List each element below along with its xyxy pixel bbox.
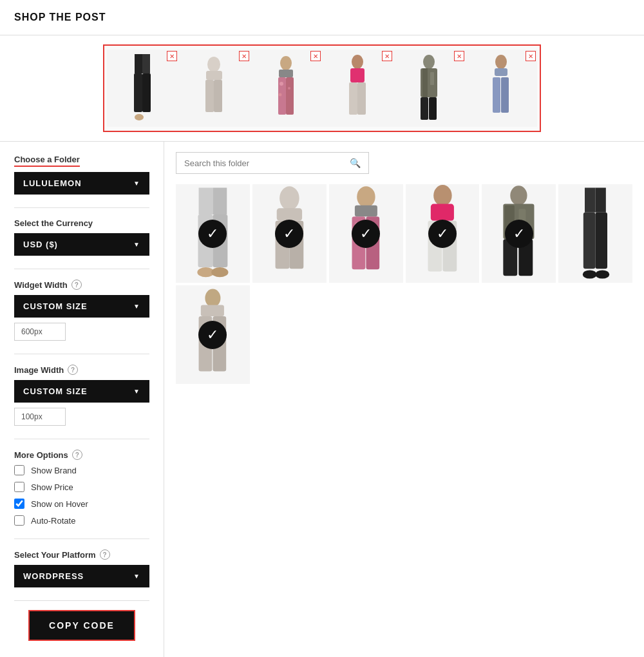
- preview-image-6: [466, 50, 537, 127]
- platform-label: Select Your Platform ?: [14, 549, 149, 560]
- image-width-input[interactable]: [14, 408, 66, 426]
- svg-rect-27: [495, 68, 507, 76]
- copy-code-section: COPY CODE: [14, 600, 149, 650]
- svg-rect-18: [349, 82, 357, 115]
- preview-strip: ✕ ✕: [0, 35, 644, 142]
- remove-item-button[interactable]: ✕: [167, 51, 177, 61]
- main-layout: Choose a Folder LULULEMON ▼ Select the C…: [0, 142, 644, 657]
- svg-point-20: [423, 55, 435, 69]
- show-brand-row: Show Brand: [14, 465, 149, 475]
- svg-rect-60: [583, 213, 596, 269]
- copy-code-button[interactable]: COPY CODE: [28, 610, 135, 641]
- info-icon[interactable]: ?: [72, 450, 82, 460]
- show-brand-checkbox[interactable]: [14, 465, 24, 475]
- right-panel: 🔍 ✓: [164, 142, 644, 657]
- svg-rect-2: [134, 73, 142, 112]
- remove-item-button[interactable]: ✕: [526, 51, 536, 61]
- remove-item-button[interactable]: ✕: [454, 51, 464, 61]
- header: SHOP THE POST: [0, 0, 644, 35]
- preview-item: ✕: [466, 50, 537, 127]
- check-overlay: ✓: [406, 184, 480, 283]
- currency-dropdown[interactable]: USD ($) ▼: [14, 233, 149, 256]
- search-input[interactable]: [184, 158, 345, 168]
- check-circle: ✓: [428, 220, 457, 248]
- info-icon[interactable]: ?: [71, 280, 82, 290]
- grid-item[interactable]: ✓: [329, 184, 403, 283]
- svg-point-14: [288, 87, 290, 90]
- checkmark-icon: ✓: [207, 327, 218, 343]
- preview-item: ✕: [251, 50, 322, 127]
- preview-item: ✕: [322, 50, 393, 127]
- divider: [14, 269, 149, 269]
- svg-point-4: [135, 114, 144, 120]
- info-icon[interactable]: ?: [68, 365, 78, 375]
- svg-rect-19: [357, 82, 366, 115]
- info-icon[interactable]: ?: [100, 549, 110, 560]
- check-circle: ✓: [352, 220, 380, 248]
- svg-rect-17: [350, 68, 365, 82]
- show-hover-label: Show on Hover: [31, 499, 88, 509]
- widget-width-dropdown[interactable]: CUSTOM SIZE ▼: [14, 295, 149, 318]
- platform-dropdown[interactable]: WORDPRESS ▼: [14, 565, 149, 587]
- search-bar: 🔍: [176, 152, 369, 174]
- divider: [14, 439, 149, 439]
- check-circle: ✓: [198, 220, 227, 248]
- check-overlay: ✓: [176, 285, 250, 384]
- checkmark-icon: ✓: [513, 225, 525, 242]
- svg-point-63: [596, 270, 610, 278]
- widget-width-input[interactable]: [14, 323, 66, 341]
- chevron-down-icon: ▼: [133, 388, 140, 395]
- svg-rect-0: [135, 54, 142, 73]
- show-brand-label: Show Brand: [31, 466, 77, 475]
- show-hover-row: Show on Hover: [14, 499, 149, 509]
- svg-rect-7: [205, 80, 214, 112]
- svg-point-62: [583, 270, 597, 278]
- grid-item-image: [558, 184, 632, 283]
- check-circle: ✓: [275, 220, 303, 248]
- svg-rect-28: [493, 77, 500, 113]
- svg-rect-8: [214, 80, 222, 112]
- sidebar-section-more-options: More Options ? Show Brand Show Price Sho…: [14, 450, 149, 526]
- preview-image-5: [393, 50, 465, 127]
- svg-rect-12: [286, 77, 294, 115]
- svg-rect-29: [501, 77, 509, 113]
- preview-item: ✕: [393, 50, 465, 127]
- preview-image-1: [107, 50, 178, 127]
- svg-rect-10: [279, 70, 293, 77]
- image-width-dropdown[interactable]: CUSTOM SIZE ▼: [14, 380, 149, 403]
- search-icon: 🔍: [350, 158, 361, 168]
- show-price-label: Show Price: [31, 482, 73, 492]
- checkmark-icon: ✓: [437, 225, 448, 242]
- grid-item[interactable]: ✓: [252, 184, 327, 283]
- sidebar-section-platform: Select Your Platform ? WORDPRESS ▼: [14, 549, 149, 587]
- folder-dropdown[interactable]: LULULEMON ▼: [14, 172, 149, 195]
- svg-point-15: [278, 93, 281, 97]
- preview-image-2: [178, 50, 250, 127]
- chevron-down-icon: ▼: [133, 303, 140, 310]
- check-circle: ✓: [198, 321, 227, 349]
- preview-item: ✕: [178, 50, 250, 127]
- grid-item[interactable]: ✓: [482, 184, 556, 283]
- grid-item[interactable]: ✓: [176, 184, 250, 283]
- widget-width-label: Widget Width ?: [14, 280, 149, 290]
- show-price-checkbox[interactable]: [14, 482, 24, 492]
- show-price-row: Show Price: [14, 482, 149, 492]
- show-hover-checkbox[interactable]: [14, 499, 24, 509]
- remove-item-button[interactable]: ✕: [310, 51, 321, 61]
- check-overlay: ✓: [252, 184, 327, 283]
- page-title: SHOP THE POST: [14, 12, 106, 23]
- auto-rotate-checkbox[interactable]: [14, 515, 24, 526]
- grid-item[interactable]: ✓: [176, 285, 250, 384]
- svg-point-9: [280, 56, 292, 70]
- divider: [14, 354, 149, 354]
- grid-item[interactable]: [558, 184, 632, 283]
- chevron-down-icon: ▼: [133, 573, 140, 580]
- remove-item-button[interactable]: ✕: [239, 51, 249, 61]
- check-overlay: ✓: [176, 184, 250, 283]
- svg-rect-58: [585, 187, 595, 212]
- auto-rotate-row: Auto-Rotate: [14, 515, 149, 526]
- checkmark-icon: ✓: [283, 225, 295, 242]
- remove-item-button[interactable]: ✕: [382, 51, 392, 61]
- svg-point-5: [207, 57, 220, 72]
- grid-item[interactable]: ✓: [406, 184, 480, 283]
